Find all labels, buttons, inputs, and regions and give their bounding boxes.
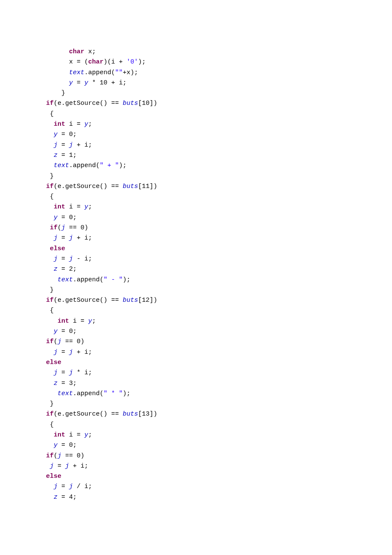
code-line: j = j - i;: [46, 255, 92, 263]
code-line: else: [46, 473, 61, 480]
code-line: {: [46, 110, 54, 118]
code-line: }: [46, 173, 54, 180]
code-line: int i = y;: [46, 121, 92, 128]
code-line: text.append(""+x);: [46, 69, 138, 76]
code-line: x = (char)(i + '0');: [46, 58, 146, 66]
code-line: {: [46, 307, 54, 314]
code-line: int i = y;: [46, 203, 92, 211]
code-line: j = j + i;: [46, 142, 92, 149]
code-line: y = 0;: [46, 214, 77, 221]
code-line: }: [46, 90, 65, 97]
code-line: if(j == 0): [46, 338, 84, 345]
code-line: if(e.getSource() == buts[12]): [46, 297, 157, 304]
code-line: text.append(" + ");: [46, 162, 127, 169]
code-line: }: [46, 400, 54, 408]
code-line: j = j + i;: [46, 349, 92, 356]
code-line: char x;: [46, 48, 96, 55]
code-line: text.append(" * ");: [46, 390, 130, 397]
code-line: if(j == 0): [46, 224, 88, 231]
code-line: else: [46, 359, 61, 366]
code-line: y = y * 10 + i;: [46, 79, 127, 87]
code-line: else: [46, 245, 65, 252]
code-line: int i = y;: [46, 318, 96, 325]
code-line: y = 0;: [46, 131, 77, 138]
code-line: if(e.getSource() == buts[13]): [46, 410, 157, 418]
code-line: z = 4;: [46, 494, 77, 501]
code-line: if(j == 0): [46, 452, 84, 460]
code-block: char x; x = (char)(i + '0'); text.append…: [0, 0, 392, 503]
code-line: j = j / i;: [46, 483, 92, 490]
code-line: if(e.getSource() == buts[10]): [46, 100, 157, 107]
code-line: {: [46, 421, 54, 428]
code-line: j = j + i;: [46, 462, 88, 470]
code-line: j = j * i;: [46, 369, 92, 376]
code-line: z = 2;: [46, 266, 77, 273]
code-line: text.append(" - ");: [46, 276, 130, 283]
code-line: z = 1;: [46, 152, 77, 159]
code-line: }: [46, 286, 54, 294]
code-line: if(e.getSource() == buts[11]): [46, 183, 157, 190]
code-line: j = j + i;: [46, 234, 92, 242]
code-line: y = 0;: [46, 442, 77, 449]
code-line: int i = y;: [46, 431, 92, 439]
code-line: {: [46, 193, 54, 200]
code-line: y = 0;: [46, 328, 77, 335]
code-line: z = 3;: [46, 380, 77, 387]
